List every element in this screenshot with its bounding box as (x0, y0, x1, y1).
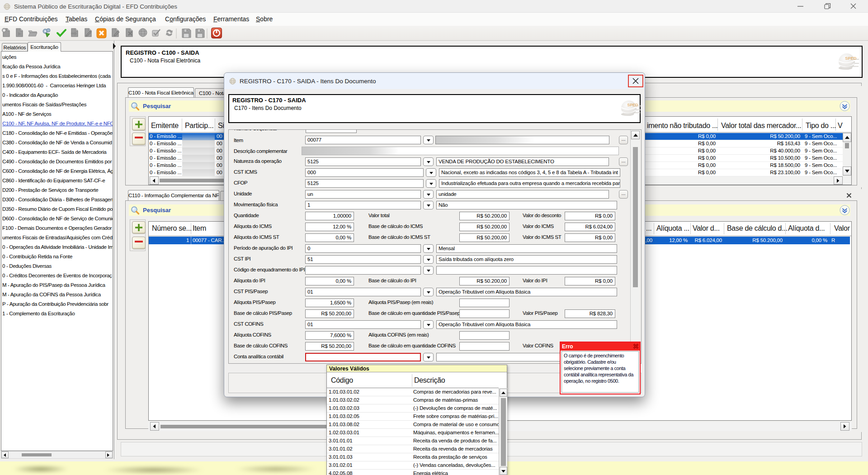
svg-text:SPED: SPED (627, 103, 638, 107)
svg-text:SPED: SPED (845, 56, 857, 61)
